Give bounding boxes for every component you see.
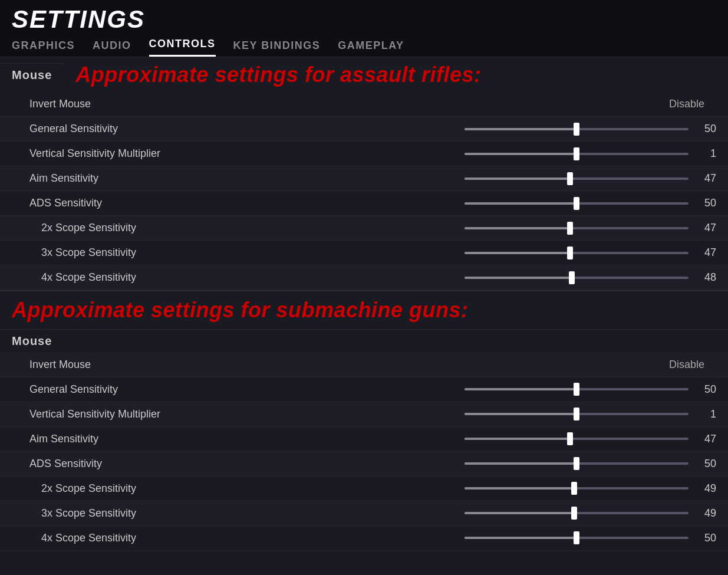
- slider-value-general-sens-2: 50: [696, 383, 716, 396]
- slider-thumb-3x-sens-1[interactable]: [567, 247, 573, 259]
- slider-track-2x-sens-2[interactable]: [465, 487, 689, 489]
- control-invert-mouse-2[interactable]: Disable: [242, 359, 716, 371]
- slider-3x-sens-2[interactable]: 49: [242, 507, 716, 520]
- slider-thumb-ads-sens-2[interactable]: [574, 457, 579, 470]
- slider-thumb-3x-sens-2[interactable]: [571, 507, 577, 520]
- mouse-section-label-2: Mouse: [0, 329, 728, 353]
- slider-track-general-sens-2[interactable]: [465, 388, 689, 390]
- label-3x-sens-2: 3x Scope Sensitivity: [29, 507, 242, 520]
- label-4x-sens-2: 4x Scope Sensitivity: [29, 532, 242, 544]
- control-general-sens-1: 50: [242, 123, 716, 135]
- slider-fill-aim-sens-2: [465, 438, 570, 440]
- label-ads-sens-2: ADS Sensitivity: [29, 458, 242, 470]
- slider-thumb-aim-sens-1[interactable]: [567, 172, 573, 185]
- slider-fill-2x-sens-1: [465, 227, 570, 229]
- tab-gameplay[interactable]: GAMEPLAY: [338, 40, 404, 57]
- slider-thumb-ads-sens-1[interactable]: [574, 197, 579, 210]
- slider-2x-sens-1[interactable]: 47: [242, 222, 716, 234]
- slider-ads-sens-1[interactable]: 50: [242, 197, 716, 209]
- slider-general-sens-2[interactable]: 50: [242, 383, 716, 396]
- slider-thumb-2x-sens-1[interactable]: [567, 222, 573, 235]
- slider-track-3x-sens-2[interactable]: [465, 512, 689, 514]
- slider-thumb-vert-sens-1[interactable]: [574, 147, 579, 160]
- label-vert-sens-2: Vertical Sensitivity Multiplier: [29, 408, 242, 420]
- control-vert-sens-1: 1: [242, 147, 716, 160]
- slider-fill-ads-sens-2: [465, 462, 577, 465]
- slider-track-aim-sens-2[interactable]: [465, 438, 689, 440]
- slider-general-sens-1[interactable]: 50: [242, 123, 716, 135]
- slider-value-ads-sens-2: 50: [696, 458, 716, 470]
- slider-value-vert-sens-2: 1: [696, 408, 716, 420]
- slider-fill-vert-sens-2: [465, 413, 577, 415]
- row-aim-sens-2: Aim Sensitivity 47: [0, 427, 728, 452]
- slider-fill-general-sens-1: [465, 128, 577, 130]
- control-invert-mouse-1[interactable]: Disable: [242, 98, 716, 110]
- invert-mouse-value-2: Disable: [242, 359, 716, 371]
- slider-3x-sens-1[interactable]: 47: [242, 247, 716, 259]
- slider-fill-4x-sens-1: [465, 277, 572, 279]
- label-general-sens-2: General Sensitivity: [29, 383, 242, 396]
- slider-track-vert-sens-1[interactable]: [465, 153, 689, 155]
- slider-4x-sens-2[interactable]: 50: [242, 532, 716, 544]
- tab-keybindings[interactable]: KEY BINDINGS: [233, 40, 321, 57]
- slider-value-2x-sens-1: 47: [696, 222, 716, 234]
- slider-track-ads-sens-1[interactable]: [465, 202, 689, 205]
- slider-aim-sens-1[interactable]: 47: [242, 172, 716, 185]
- slider-thumb-4x-sens-1[interactable]: [569, 271, 575, 284]
- slider-fill-2x-sens-2: [465, 487, 574, 489]
- label-general-sens-1: General Sensitivity: [29, 123, 242, 135]
- label-4x-sens-1: 4x Scope Sensitivity: [29, 271, 242, 284]
- control-2x-sens-2: 49: [242, 482, 716, 495]
- tab-graphics[interactable]: GRAPHICS: [12, 40, 75, 57]
- label-2x-sens-2: 2x Scope Sensitivity: [29, 482, 242, 495]
- slider-thumb-general-sens-2[interactable]: [574, 383, 579, 396]
- slider-thumb-aim-sens-2[interactable]: [567, 432, 573, 445]
- slider-track-aim-sens-1[interactable]: [465, 178, 689, 180]
- section2: Approximate settings for submachine guns…: [0, 290, 728, 550]
- row-3x-sens-1: 3x Scope Sensitivity 47: [0, 241, 728, 265]
- row-4x-sens-2: 4x Scope Sensitivity 50: [0, 526, 728, 551]
- slider-2x-sens-2[interactable]: 49: [242, 482, 716, 495]
- row-2x-sens-1: 2x Scope Sensitivity 47: [0, 216, 728, 241]
- slider-value-3x-sens-1: 47: [696, 247, 716, 259]
- row-invert-mouse-1: Invert Mouse Disable: [0, 92, 728, 117]
- slider-aim-sens-2[interactable]: 47: [242, 433, 716, 445]
- row-ads-sens-2: ADS Sensitivity 50: [0, 452, 728, 477]
- slider-thumb-4x-sens-2[interactable]: [574, 531, 579, 544]
- slider-track-4x-sens-1[interactable]: [465, 277, 689, 279]
- slider-track-2x-sens-1[interactable]: [465, 227, 689, 229]
- slider-value-2x-sens-2: 49: [696, 482, 716, 495]
- page-title: SETTINGS: [12, 6, 716, 33]
- slider-ads-sens-2[interactable]: 50: [242, 458, 716, 470]
- slider-value-general-sens-1: 50: [696, 123, 716, 135]
- slider-value-aim-sens-1: 47: [696, 172, 716, 185]
- slider-vert-sens-2[interactable]: 1: [242, 408, 716, 420]
- slider-track-ads-sens-2[interactable]: [465, 462, 689, 465]
- nav-tabs: GRAPHICS AUDIO CONTROLS KEY BINDINGS GAM…: [12, 33, 716, 57]
- label-invert-mouse-2: Invert Mouse: [29, 359, 242, 371]
- slider-value-ads-sens-1: 50: [696, 197, 716, 209]
- header: SETTINGS GRAPHICS AUDIO CONTROLS KEY BIN…: [0, 0, 728, 57]
- slider-track-3x-sens-1[interactable]: [465, 252, 689, 254]
- content: Mouse Approximate settings for assault r…: [0, 57, 728, 550]
- invert-mouse-value-1: Disable: [242, 98, 716, 110]
- tab-controls[interactable]: CONTROLS: [149, 38, 216, 57]
- slider-track-vert-sens-2[interactable]: [465, 413, 689, 415]
- row-general-sens-2: General Sensitivity 50: [0, 377, 728, 402]
- slider-4x-sens-1[interactable]: 48: [242, 271, 716, 284]
- slider-fill-aim-sens-1: [465, 178, 570, 180]
- control-ads-sens-2: 50: [242, 458, 716, 470]
- label-aim-sens-2: Aim Sensitivity: [29, 433, 242, 445]
- slider-fill-3x-sens-1: [465, 252, 570, 254]
- slider-thumb-2x-sens-2[interactable]: [571, 482, 577, 495]
- slider-thumb-general-sens-1[interactable]: [574, 123, 579, 136]
- slider-track-4x-sens-2[interactable]: [465, 537, 689, 539]
- slider-thumb-vert-sens-2[interactable]: [574, 408, 579, 420]
- slider-value-4x-sens-1: 48: [696, 271, 716, 284]
- slider-fill-4x-sens-2: [465, 537, 577, 539]
- tab-audio[interactable]: AUDIO: [93, 40, 131, 57]
- slider-track-general-sens-1[interactable]: [465, 128, 689, 130]
- slider-vert-sens-1[interactable]: 1: [242, 147, 716, 160]
- control-3x-sens-2: 49: [242, 507, 716, 520]
- row-2x-sens-2: 2x Scope Sensitivity 49: [0, 477, 728, 501]
